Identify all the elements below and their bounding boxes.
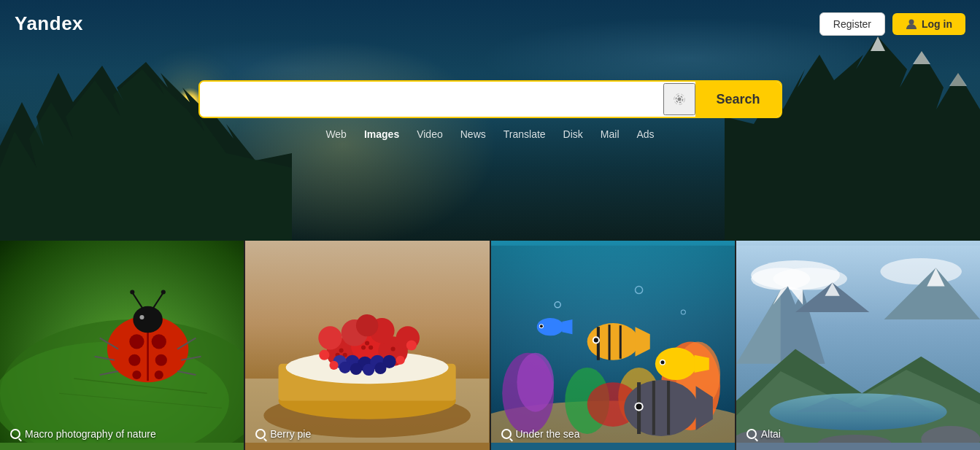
svg-point-27 <box>139 315 144 319</box>
search-icon-altai <box>746 429 757 439</box>
search-icon-ladybug <box>10 429 20 439</box>
strip-cell-2 <box>245 443 489 450</box>
svg-point-16 <box>133 306 163 333</box>
altai-illustration <box>736 241 980 450</box>
svg-point-63 <box>320 350 330 360</box>
svg-point-60 <box>350 363 362 375</box>
svg-point-82 <box>593 338 598 342</box>
svg-point-115 <box>769 393 946 430</box>
altai-label-text: Altai <box>761 428 781 440</box>
svg-point-51 <box>369 346 373 350</box>
header: Yandex Register Log in <box>0 0 980 47</box>
svg-point-0 <box>909 19 914 24</box>
nav-images[interactable]: Images <box>364 128 399 140</box>
svg-point-26 <box>161 290 166 295</box>
logo: Yandex <box>15 12 83 35</box>
svg-point-64 <box>406 340 417 350</box>
coral-label-text: Under the sea <box>516 428 580 440</box>
strip-cell-3 <box>491 443 735 450</box>
svg-point-86 <box>660 360 664 364</box>
svg-point-105 <box>880 258 961 284</box>
svg-point-52 <box>361 346 366 350</box>
login-button[interactable]: Log in <box>892 13 965 35</box>
grid-cell-coral[interactable]: Under the sea <box>491 241 735 450</box>
search-section: Search Web Images Video News Translate D… <box>198 80 782 140</box>
svg-point-97 <box>636 404 641 410</box>
svg-marker-6 <box>949 73 967 86</box>
nav-translate[interactable]: Translate <box>503 128 546 140</box>
svg-line-25 <box>153 294 163 309</box>
nav-links: Web Images Video News Translate Disk Mai… <box>325 128 654 140</box>
svg-point-17 <box>129 334 144 349</box>
svg-line-23 <box>133 294 142 309</box>
svg-point-66 <box>330 361 339 370</box>
camera-search-button[interactable] <box>663 83 695 115</box>
svg-point-53 <box>391 347 396 352</box>
svg-point-24 <box>130 290 134 295</box>
svg-point-21 <box>132 371 141 379</box>
strip-cell-4 <box>736 443 980 450</box>
ladybug-label-text: Macro photography of nature <box>25 428 156 440</box>
ladybug-label: Macro photography of nature <box>10 428 156 440</box>
grid-row-main: Macro photography of nature <box>0 241 980 450</box>
berry-pie-label: Berry pie <box>255 428 311 440</box>
grid-cell-altai[interactable]: Altai <box>736 241 980 450</box>
grid-cell-berry-pie[interactable]: Berry pie <box>245 241 489 450</box>
svg-point-20 <box>155 354 167 366</box>
nav-web[interactable]: Web <box>325 128 347 140</box>
header-buttons: Register Log in <box>819 12 965 36</box>
nav-disk[interactable]: Disk <box>563 128 583 140</box>
svg-point-8 <box>679 98 682 101</box>
svg-point-18 <box>152 334 166 349</box>
svg-point-22 <box>155 371 163 379</box>
svg-point-61 <box>363 364 374 376</box>
svg-point-59 <box>339 362 351 373</box>
strip-cell-1 <box>0 443 244 450</box>
altai-label: Altai <box>746 428 781 440</box>
search-bar: Search <box>198 80 782 118</box>
svg-point-19 <box>128 354 140 366</box>
nav-video[interactable]: Video <box>417 128 443 140</box>
svg-point-50 <box>365 341 369 345</box>
ladybug-illustration <box>0 241 244 450</box>
berry-pie-label-text: Berry pie <box>270 428 311 440</box>
nav-ads[interactable]: Ads <box>637 128 655 140</box>
svg-point-62 <box>375 362 387 374</box>
coral-label: Under the sea <box>501 428 580 440</box>
grid-cell-ladybug[interactable]: Macro photography of nature <box>0 241 244 450</box>
svg-point-90 <box>539 325 542 327</box>
nav-mail[interactable]: Mail <box>601 128 620 140</box>
search-icon-berry <box>255 429 266 439</box>
nav-news[interactable]: News <box>460 128 486 140</box>
search-input[interactable] <box>200 82 664 117</box>
user-icon <box>906 18 917 30</box>
camera-icon <box>671 91 687 107</box>
search-button[interactable]: Search <box>695 80 780 118</box>
svg-point-46 <box>356 314 378 336</box>
image-grid: Macro photography of nature <box>0 241 980 450</box>
svg-marker-88 <box>562 319 572 334</box>
register-button[interactable]: Register <box>819 12 885 36</box>
logo-text: Yandex <box>15 12 83 34</box>
svg-point-72 <box>517 353 554 412</box>
svg-marker-84 <box>694 355 709 373</box>
svg-point-47 <box>339 349 344 353</box>
svg-point-65 <box>396 356 405 365</box>
login-label: Log in <box>922 18 952 30</box>
bottom-strip <box>0 443 980 450</box>
svg-point-44 <box>319 326 342 349</box>
search-icon-coral <box>501 429 512 439</box>
berry-pie-illustration <box>245 241 489 450</box>
coral-illustration <box>491 241 735 450</box>
svg-marker-5 <box>913 51 930 64</box>
